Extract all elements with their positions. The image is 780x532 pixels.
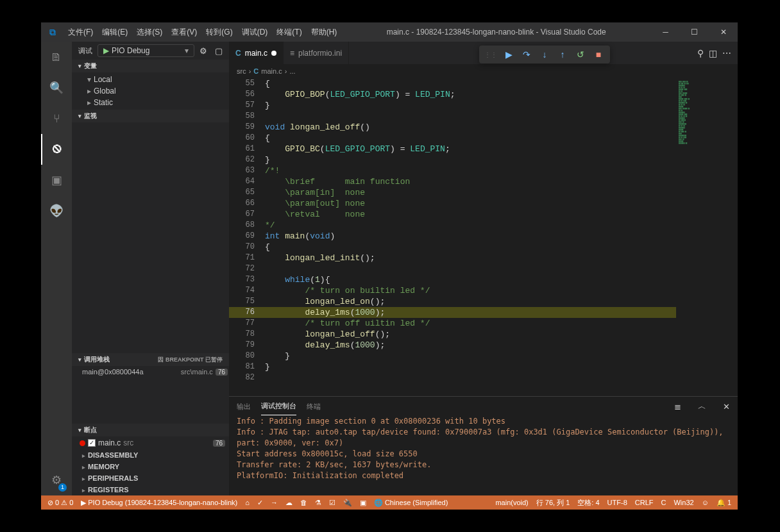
bp-path: src [123, 438, 133, 447]
debug-sidebar: 调试 ▶ PIO Debug ▾ ⚙ ▢ ▾变量 ▾Local ▸Global … [72, 42, 229, 495]
peripherals-header[interactable]: ▸PERIPHERALS [72, 472, 229, 484]
maximize-button[interactable]: ☐ [680, 22, 709, 42]
paused-reason: 因 BREAKPOINT 已暂停 [158, 356, 223, 364]
status-pio-build-icon[interactable]: ✓ [253, 499, 267, 507]
explorer-icon[interactable]: 🗎 [41, 42, 72, 72]
bp-line: 76 [213, 440, 225, 447]
scm-icon[interactable]: ⑂ [41, 103, 72, 134]
frame-line: 76 [216, 369, 228, 376]
menu-go[interactable]: 转到(G) [201, 22, 237, 42]
debug-icon[interactable]: 🛇 [41, 134, 72, 165]
chevron-down-icon: ▾ [182, 46, 191, 55]
status-pio-upload-icon[interactable]: → [267, 499, 282, 506]
step-over-button[interactable]: ↷ [518, 46, 536, 63]
menu-file[interactable]: 文件(F) [64, 22, 98, 42]
watch-empty[interactable] [72, 122, 229, 353]
var-scope-local[interactable]: ▾Local [72, 74, 229, 85]
more-icon[interactable]: ⋯ [722, 48, 731, 58]
extensions-icon[interactable]: ▣ [41, 165, 72, 195]
drag-grip-icon[interactable]: ⋮⋮ [482, 51, 500, 58]
status-language[interactable]: 🌐 Chinese (Simplified) [370, 499, 452, 507]
status-pio-monitor-icon[interactable]: 🔌 [339, 499, 356, 507]
clear-icon[interactable]: ≣ [674, 402, 681, 411]
status-pio-test-icon[interactable]: ⚗ [311, 499, 325, 507]
code-editor[interactable]: ▶ 55{ 56 GPIO_BOP(LED_GPIO_PORT) = LED_P… [229, 78, 676, 396]
play-icon: ▶ [103, 46, 109, 55]
frame-name: main@0x0800044a [82, 368, 144, 376]
status-fn[interactable]: main(void) [491, 499, 532, 506]
vscode-logo-icon: ⧉ [41, 27, 64, 38]
var-scope-global[interactable]: ▸Global [72, 85, 229, 97]
minimap[interactable]: ████ ████ ████ ███ ██ █████████████ ██ █… [676, 78, 738, 396]
debug-toolbar[interactable]: ⋮⋮ ▶ ↷ ↓ ↑ ↺ ■ [479, 46, 610, 63]
status-cursor-position[interactable]: 行 76, 列 1 [532, 498, 574, 508]
tab-main-c[interactable]: C main.c [229, 42, 284, 64]
ini-file-icon: ≡ [290, 49, 294, 58]
panel-close-icon[interactable]: ✕ [723, 402, 730, 411]
breakpoint-checkbox[interactable]: ✓ [88, 439, 96, 447]
debug-config-bar: 调试 ▶ PIO Debug ▾ ⚙ ▢ [72, 42, 229, 60]
bottom-panel: 输出 调试控制台 终端 ≣ ︿ ✕ Info : Padding image s… [229, 396, 738, 495]
status-pio-home-icon[interactable]: ⌂ [241, 499, 253, 506]
debug-config-select[interactable]: ▶ PIO Debug ▾ [98, 44, 194, 57]
menu-edit[interactable]: 编辑(E) [98, 22, 132, 42]
disassembly-header[interactable]: ▸DISASSEMBLY [72, 449, 229, 461]
close-button[interactable]: ✕ [709, 22, 738, 42]
menu-selection[interactable]: 选择(S) [132, 22, 167, 42]
debug-label: 调试 [76, 46, 95, 56]
status-lang-mode[interactable]: C [657, 499, 670, 506]
restart-button[interactable]: ↺ [572, 46, 589, 63]
registers-header[interactable]: ▸REGISTERS [72, 484, 229, 495]
menu-help[interactable]: 帮助(H) [307, 22, 342, 42]
status-debug-config[interactable]: ▶ PIO Debug (190824-123845-longan-nano-b… [77, 499, 241, 507]
platformio-icon[interactable]: 👽 [41, 195, 72, 226]
status-pio-task-icon[interactable]: ☑ [325, 499, 339, 507]
variables-header[interactable]: ▾变量 [72, 60, 229, 72]
minimize-button[interactable]: ─ [651, 22, 680, 42]
search-icon[interactable]: 🔍 [41, 72, 72, 103]
stop-button[interactable]: ■ [589, 46, 607, 63]
status-pio-terminal-icon[interactable]: ▣ [356, 499, 370, 507]
tab-platformio-ini[interactable]: ≡ platformio.ini [284, 42, 349, 64]
status-encoding[interactable]: UTF-8 [604, 499, 631, 506]
status-feedback-icon[interactable]: ☺ [698, 499, 713, 506]
settings-icon[interactable]: ⚙1 [41, 465, 72, 495]
callstack-header[interactable]: ▾调用堆栈 因 BREAKPOINT 已暂停 [72, 353, 229, 366]
c-file-icon: C [253, 67, 259, 75]
debug-console-icon[interactable]: ▢ [212, 46, 225, 56]
debug-console-output[interactable]: Info : Padding image section 0 at 0x0800… [229, 416, 738, 495]
step-out-button[interactable]: ↑ [554, 46, 572, 63]
menu-debug[interactable]: 调试(D) [237, 22, 273, 42]
status-problems[interactable]: ⊘0⚠0 [44, 499, 77, 507]
gear-icon[interactable]: ⚙ [197, 46, 210, 56]
panel-tab-debug-console[interactable]: 调试控制台 [261, 397, 296, 415]
panel-tab-terminal[interactable]: 终端 [307, 398, 321, 415]
memory-header[interactable]: ▸MEMORY [72, 461, 229, 472]
tab-label: platformio.ini [298, 49, 342, 58]
menu-view[interactable]: 查看(V) [167, 22, 201, 42]
panel-tabs: 输出 调试控制台 终端 ≣ ︿ ✕ [229, 397, 738, 416]
c-file-icon: C [235, 49, 241, 58]
status-os[interactable]: Win32 [670, 499, 697, 506]
pin-icon[interactable]: ⚲ [697, 48, 704, 58]
status-pio-cloud-icon[interactable]: ☁ [282, 499, 296, 507]
status-pio-clean-icon[interactable]: 🗑 [296, 499, 311, 506]
continue-button[interactable]: ▶ [500, 46, 518, 63]
step-into-button[interactable]: ↓ [536, 46, 554, 63]
panel-tab-output[interactable]: 输出 [237, 398, 251, 415]
status-notifications[interactable]: 🔔 1 [713, 499, 735, 507]
status-eol[interactable]: CRLF [631, 499, 657, 506]
var-scope-static[interactable]: ▸Static [72, 97, 229, 108]
menu-terminal[interactable]: 终端(T) [272, 22, 306, 42]
vscode-window: ⋮⋮ ▶ ↷ ↓ ↑ ↺ ■ ⧉ 文件(F) 编辑(E) 选择(S) 查看(V)… [41, 22, 738, 510]
panel-maximize-icon[interactable]: ︿ [698, 401, 706, 412]
stack-frame[interactable]: main@0x0800044a src\main.c 76 [72, 366, 229, 378]
status-indent[interactable]: 空格: 4 [573, 498, 603, 508]
title-bar: ⧉ 文件(F) 编辑(E) 选择(S) 查看(V) 转到(G) 调试(D) 终端… [41, 22, 738, 42]
menu-bar[interactable]: 文件(F) 编辑(E) 选择(S) 查看(V) 转到(G) 调试(D) 终端(T… [64, 22, 341, 42]
split-editor-icon[interactable]: ◫ [709, 48, 717, 58]
watch-header[interactable]: ▾监视 [72, 110, 229, 122]
breakpoint-item[interactable]: ✓ main.c src 76 [72, 436, 229, 449]
breakpoints-header[interactable]: ▾断点 [72, 424, 229, 436]
breadcrumb[interactable]: src› C main.c› ... [229, 64, 738, 78]
